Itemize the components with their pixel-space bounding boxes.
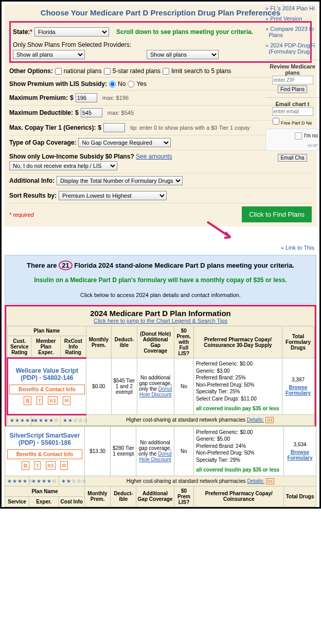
rx-cost-icon[interactable]: R$	[46, 461, 56, 469]
th-deductible: Deduct-ible	[112, 326, 137, 358]
copay-tip: tip: enter 0 to show plans with a $0 Tie…	[130, 125, 249, 131]
email-chart-heading: Email chart t	[265, 101, 319, 107]
drugs-cell: 3,387Browse Formulary	[282, 358, 314, 415]
max-deductible-label: Maximum Deductible:	[9, 109, 73, 116]
max-premium-input[interactable]	[76, 93, 97, 102]
limit-5-checkbox[interactable]	[163, 68, 169, 75]
email-input[interactable]	[272, 107, 313, 116]
max-premium-note: max: $196	[102, 95, 129, 101]
email-chart-button[interactable]: Email Cha	[278, 154, 307, 162]
browse-formulary-link[interactable]: Browse Formulary	[285, 449, 315, 461]
max-deductible-input[interactable]	[81, 108, 102, 117]
th-member-exper: Member Plan Exper.	[31, 336, 61, 358]
max-deductible-note: max: $545	[108, 110, 134, 116]
table-row-details: ★★★★★ ★★★★☆ ★★☆☆☆ Higher cost-sharing at…	[8, 414, 314, 425]
details-link[interactable]: Details:	[247, 478, 264, 484]
rx-cost-icon[interactable]: R$	[266, 478, 275, 484]
pharmacy-cell: Preferred Generic: $0.00Generic: $3.00Pr…	[193, 358, 282, 415]
additional-info-label: Additional Info:	[9, 177, 55, 184]
table-title: 2024 Medicare Part D Plan Information	[9, 309, 312, 318]
lis-yes-radio[interactable]	[128, 81, 134, 88]
legend-link[interactable]: Click here to jump to the Chart Legend &…	[9, 318, 312, 324]
see-amounts-link[interactable]: See amounts	[136, 153, 172, 160]
five-star-checkbox[interactable]	[104, 68, 111, 75]
link-to-this[interactable]: » Link to This	[2, 227, 319, 254]
stars-member: ★★★★☆	[31, 414, 61, 425]
mail-icon[interactable]: ✉	[63, 396, 70, 405]
deductible-cell: $545 Tier 1 and 2 exempt	[112, 358, 137, 415]
plans-table-highlight: 2024 Medicare Part D Plan Information Cl…	[5, 305, 316, 426]
plan-name-link[interactable]: SilverScript SmartSaver (PDP) - S5601-18…	[7, 432, 82, 446]
rx-cost-icon[interactable]: R$	[48, 396, 58, 405]
th-total-drugs: Total Formulary Drugs	[282, 326, 314, 358]
gap-cell: No additional gap coverage, only the Don…	[137, 358, 174, 415]
premium-cell: $0.00	[86, 358, 111, 415]
details-link[interactable]: Details:	[247, 417, 264, 423]
lis-no-radio[interactable]	[109, 81, 116, 88]
premium-cell: $13.30	[84, 426, 110, 476]
max-premium-label: Maximum Premium:	[9, 94, 68, 101]
gap-cell: No additional gap coverage, only the Don…	[136, 426, 174, 476]
national-plans-checkbox[interactable]	[55, 68, 62, 75]
review-plans-heading: Review Medicareplans	[265, 63, 319, 76]
plans-table: Plan Name Monthly Prem. Deduct-ible (Don…	[7, 326, 314, 426]
zero-prem-cell: No	[174, 358, 193, 415]
th-rxcost-rating: RxCost Info Rating	[61, 336, 86, 358]
additional-info-select[interactable]: Display the Total Number of Formulary Dr…	[57, 176, 183, 185]
zip-input[interactable]	[272, 76, 313, 84]
sidebar: » FL's 2024 Plan Hi » Print Version » Co…	[265, 4, 319, 162]
rx-cost-icon[interactable]: R$	[265, 417, 274, 423]
provider-a-select[interactable]: Show all plans	[13, 50, 85, 59]
gap-coverage-select[interactable]: No Gap Coverage Required	[78, 138, 171, 147]
results-banner: There are 21 Florida 2024 stand-alone Me…	[5, 255, 316, 304]
th-gap: (Donut Hole)Additional Gap Coverage	[137, 326, 174, 358]
state-label: State:*	[13, 28, 32, 36]
lis0-select[interactable]: No, I do not receive extra help / LIS	[9, 161, 117, 170]
newsletter-checkbox[interactable]	[273, 118, 279, 125]
mail-icon[interactable]: ✉	[60, 461, 68, 470]
state-select[interactable]: Florida	[34, 27, 109, 37]
max-copay-label: Max. Copay Tier 1 (Generics):	[9, 124, 96, 131]
text-icon[interactable]: T	[37, 396, 43, 405]
max-copay-input[interactable]	[103, 123, 125, 132]
stars-rxcost: ★★☆☆☆	[61, 414, 86, 425]
text-icon[interactable]: T	[34, 461, 41, 469]
pharmacy-cell: Preferred Generic: $0.00Generic: $5.00Pr…	[194, 426, 284, 476]
insulin-notice: Insulin on a Medicare Part D plan's form…	[10, 276, 311, 284]
drugs-cell: 3,634Browse Formulary	[284, 426, 316, 476]
scroll-message: Scroll down to see plans meeting your cr…	[116, 28, 253, 36]
providers-label: Only Show Plans From Selected Providers:	[13, 41, 308, 48]
sidebar-link-compare[interactable]: » Compare 2023 to Plans	[265, 25, 319, 39]
sidebar-link-drugfinder[interactable]: » 2024 PDP-DrugFi (Formulary Drug	[265, 41, 319, 56]
th-pharmacy: Preferred Pharmacy Copay/ Coinsurance 30…	[193, 326, 282, 358]
table-row-details: ★★★★☆ ★★★★☆ ★★☆☆☆ Higher cost-sharing at…	[5, 476, 316, 486]
sort-select[interactable]: Premium Lowest to Highest	[59, 191, 167, 200]
th-cust-rating: Cust. Service Rating	[8, 336, 31, 358]
plan-count-circle: 21	[59, 260, 72, 270]
plans-table-cont: SilverScript SmartSaver (PDP) - S5601-18…	[5, 426, 316, 507]
find-plans-side-button[interactable]: Find Plans	[278, 85, 307, 93]
table-row: SilverScript SmartSaver (PDP) - S5601-18…	[5, 426, 316, 476]
benefits-button[interactable]: Benefits & Contact Info	[7, 449, 82, 459]
required-note: * required	[9, 212, 34, 218]
lis0-label: Show only Low-Income Subsidy $0 Plans?	[9, 153, 134, 160]
zero-prem-cell: No	[174, 426, 194, 476]
th-zero-prem: $0 Prem. with Full LIS?	[174, 326, 193, 358]
doc-icon[interactable]: ≣	[24, 396, 31, 405]
stars-cust: ★★★★★	[8, 414, 31, 425]
sidebar-link-plan-highlights[interactable]: » FL's 2024 Plan Hi	[265, 4, 319, 12]
benefits-button[interactable]: Benefits & Contact Info	[9, 385, 85, 394]
recaptcha[interactable]: I'm noreCAP	[265, 129, 319, 151]
sidebar-link-print[interactable]: » Print Version	[265, 14, 319, 23]
find-plans-button[interactable]: Click to Find Plans	[242, 206, 312, 222]
plan-name-link[interactable]: Wellcare Value Script (PDP) - S4802-146	[9, 367, 85, 381]
lis-subsidy-label: Show Premium with LIS Subsidy:	[9, 80, 107, 88]
browse-formulary-link[interactable]: Browse Formulary	[283, 385, 313, 396]
provider-b-select[interactable]: Show all plans	[147, 50, 219, 59]
table-row: Wellcare Value Script (PDP) - S4802-146 …	[8, 358, 314, 415]
th-plan-name: Plan Name	[8, 326, 86, 336]
gap-coverage-label: Type of Gap Coverage:	[9, 139, 76, 146]
banner-instruction: Click below to access 2024 plan details …	[10, 292, 311, 298]
doc-icon[interactable]: ≣	[22, 461, 29, 470]
table-row-footer-head: Plan Name Monthly Prem. Deduct-ible Addi…	[5, 486, 316, 496]
